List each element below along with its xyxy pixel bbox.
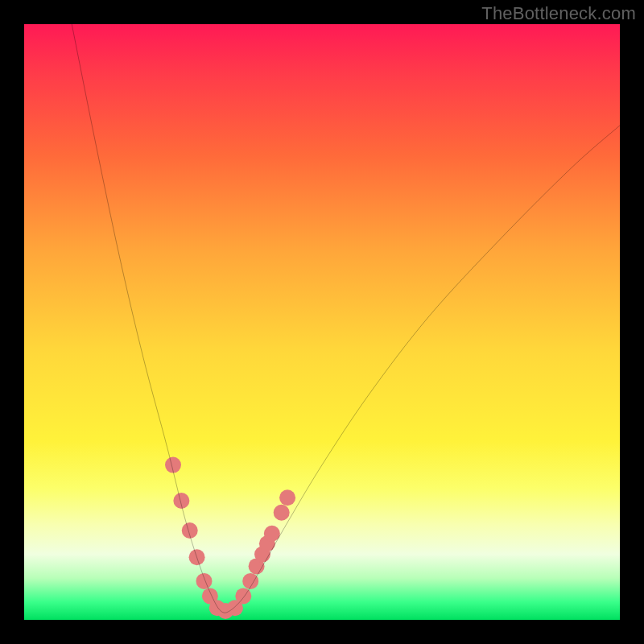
watermark-text: TheBottleneck.com [481, 3, 636, 24]
gradient-background [24, 24, 620, 620]
chart-frame: TheBottleneck.com [0, 0, 644, 644]
